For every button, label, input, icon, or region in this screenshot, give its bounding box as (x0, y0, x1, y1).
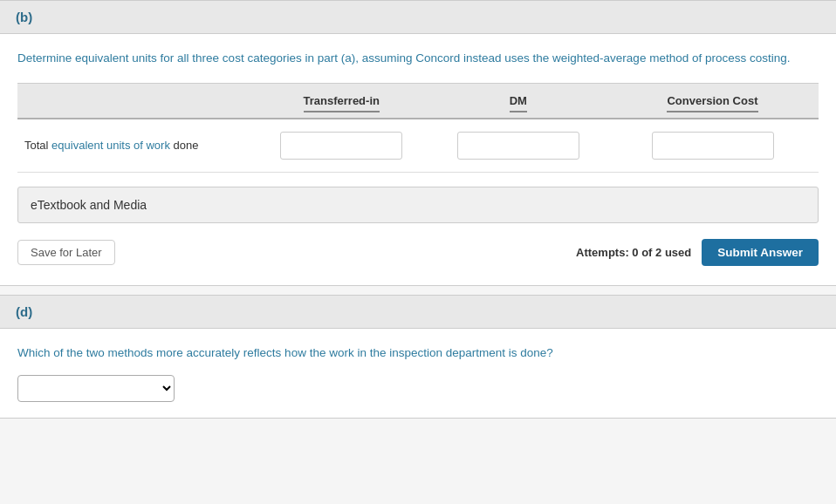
footer-bar: Save for Later Attempts: 0 of 2 used Sub… (17, 232, 819, 276)
section-d-question: Which of the two methods more accurately… (17, 344, 819, 362)
section-divider (0, 285, 836, 286)
method-dropdown[interactable]: FIFO method Weighted-average method (17, 375, 175, 402)
cell-conversion-cost (606, 128, 819, 163)
col-header-conversion-cost: Conversion Cost (606, 91, 819, 111)
cell-transferred-in (253, 128, 430, 163)
section-d-label: (d) (16, 304, 32, 319)
input-conversion-cost[interactable] (652, 132, 774, 160)
table-row: Total equivalent units of work done (17, 119, 819, 173)
submit-answer-button[interactable]: Submit Answer (702, 239, 819, 266)
equivalent-units-table: Transferred-in DM Conversion Cost Total … (17, 83, 819, 173)
input-transferred-in[interactable] (280, 132, 402, 160)
attempts-text: Attempts: 0 of 2 used (576, 246, 691, 259)
col-header-empty (17, 91, 253, 111)
section-b-header: (b) (0, 0, 836, 34)
section-d-body: Which of the two methods more accurately… (0, 329, 836, 417)
section-d-header: (d) (0, 295, 836, 329)
etextbook-bar: eTextbook and Media (17, 187, 819, 223)
section-b-body: Determine equivalent units for all three… (0, 34, 836, 285)
section-b-label: (b) (16, 10, 32, 24)
cell-dm (430, 128, 607, 163)
save-for-later-button[interactable]: Save for Later (17, 240, 115, 265)
table-header-row: Transferred-in DM Conversion Cost (17, 84, 819, 119)
input-dm[interactable] (457, 132, 579, 160)
etextbook-label: eTextbook and Media (31, 198, 147, 212)
col-header-dm: DM (430, 91, 607, 111)
col-header-transferred-in: Transferred-in (253, 91, 430, 111)
right-group: Attempts: 0 of 2 used Submit Answer (576, 239, 819, 266)
row-label-total: Total equivalent units of work done (17, 134, 253, 157)
bottom-divider (0, 418, 836, 419)
row-label-highlight: equivalent units of work (51, 139, 170, 152)
section-b-instructions: Determine equivalent units for all three… (17, 50, 819, 67)
